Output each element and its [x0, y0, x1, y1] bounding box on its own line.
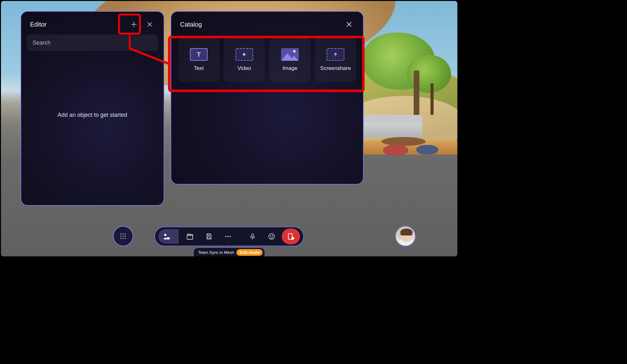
add-button[interactable] [127, 17, 141, 31]
close-icon [345, 21, 353, 28]
editor-empty-message: Add an object to get started [21, 112, 164, 118]
svg-point-34 [292, 237, 294, 240]
catalog-item-label: Text [194, 65, 204, 72]
chevron-up-icon: ⌃ [227, 242, 229, 244]
plus-icon [130, 20, 138, 28]
session-name: Team Sync in Mesh [198, 250, 234, 255]
svg-point-26 [227, 236, 229, 237]
tree-trunk [414, 71, 419, 121]
ottoman-red [383, 145, 408, 156]
svg-point-17 [122, 238, 124, 239]
catalog-item-text[interactable]: T Text [178, 38, 219, 82]
svg-point-7 [293, 50, 296, 53]
svg-point-25 [225, 236, 226, 237]
catalog-item-video[interactable]: Video [224, 38, 265, 82]
scene-3d-background: Editor Add an object to get started Cata… [1, 1, 457, 256]
text-icon: T [190, 48, 208, 61]
svg-point-14 [122, 235, 124, 237]
save-button[interactable] [200, 229, 218, 244]
mode-pill: Edit mode [236, 249, 263, 256]
svg-point-27 [229, 236, 231, 237]
svg-point-32 [272, 235, 273, 236]
catalog-item-label: Image [282, 65, 297, 72]
svg-point-18 [125, 238, 126, 239]
close-editor-button[interactable] [143, 17, 157, 31]
mic-button[interactable] [244, 229, 261, 244]
search-input[interactable] [27, 35, 158, 51]
save-icon [205, 233, 212, 240]
svg-point-16 [120, 238, 122, 239]
catalog-item-image[interactable]: Image [269, 38, 310, 82]
catalog-item-label: Video [237, 65, 251, 72]
leave-button[interactable] [282, 229, 300, 244]
tree-trunk [430, 83, 434, 115]
svg-point-11 [122, 233, 124, 235]
close-icon [146, 21, 153, 28]
editor-panel: Editor Add an object to get started [21, 11, 164, 206]
more-icon [224, 233, 232, 240]
svg-rect-20 [187, 235, 193, 239]
bottom-toolbar: ⌃ [154, 227, 304, 246]
svg-point-12 [125, 233, 126, 235]
svg-rect-28 [252, 234, 254, 237]
smile-icon [268, 233, 275, 240]
microphone-icon [249, 233, 256, 240]
leave-icon [287, 233, 295, 240]
more-button[interactable]: ⌃ [219, 229, 237, 244]
svg-marker-8 [281, 53, 299, 61]
video-icon [235, 48, 253, 61]
svg-point-19 [164, 234, 166, 236]
status-bar: Team Sync in Mesh Edit mode [193, 248, 265, 256]
svg-point-10 [120, 233, 122, 235]
catalog-item-screenshare[interactable]: Screenshare [315, 38, 356, 82]
clapperboard-icon [186, 233, 194, 240]
svg-point-31 [270, 235, 271, 236]
svg-point-13 [120, 235, 122, 237]
editor-title: Editor [30, 21, 47, 28]
svg-rect-24 [208, 237, 210, 239]
environment-icon [162, 232, 171, 241]
coffee-table [381, 137, 426, 146]
screenshare-icon [327, 48, 344, 61]
tree-foliage [407, 55, 451, 93]
image-icon [281, 48, 299, 61]
svg-marker-6 [243, 53, 246, 56]
svg-point-30 [269, 234, 274, 239]
svg-rect-23 [208, 234, 210, 235]
ottoman-blue [416, 145, 438, 154]
catalog-item-label: Screenshare [320, 65, 351, 72]
clapper-button[interactable] [181, 229, 199, 244]
close-catalog-button[interactable] [342, 17, 356, 31]
apps-menu-button[interactable] [113, 226, 133, 246]
avatar-hair [400, 229, 412, 235]
avatar-button[interactable] [395, 226, 416, 246]
catalog-panel: Catalog T Text Video I [171, 11, 364, 185]
environment-button[interactable] [158, 229, 179, 244]
catalog-title: Catalog [180, 21, 202, 28]
svg-point-15 [125, 235, 126, 237]
reactions-button[interactable] [263, 229, 280, 244]
apps-grid-icon [119, 232, 127, 240]
